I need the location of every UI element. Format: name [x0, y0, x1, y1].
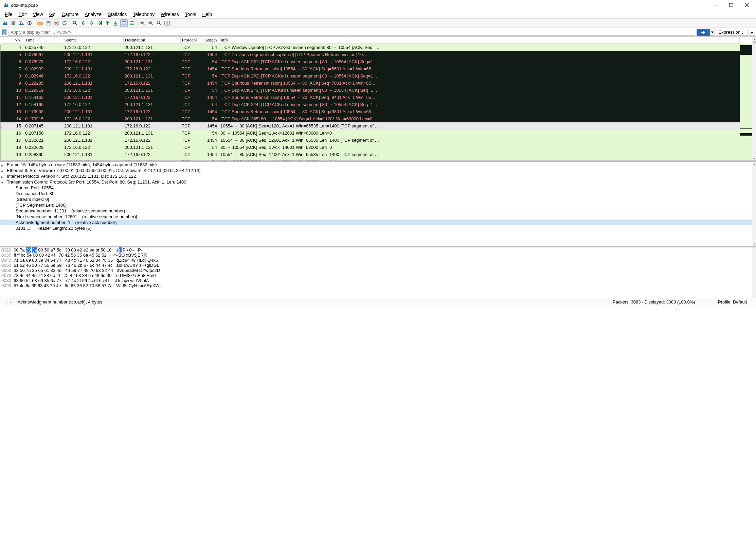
column-header-time[interactable]: Time [24, 37, 63, 44]
packet-row[interactable]: 170.232621200.121.1.131172.16.0.122TCP14… [0, 137, 740, 144]
hex-scrollbar[interactable] [752, 247, 756, 298]
reload-button[interactable] [61, 19, 68, 27]
detail-line[interactable]: [Stream index: 0] [0, 196, 756, 202]
hex-line[interactable]: 0050 61 62 46 30 77 55 6e 59 73 46 2b 67… [0, 263, 756, 268]
start-capture-button[interactable] [1, 19, 9, 27]
collapse-icon[interactable] [1, 162, 5, 166]
zoom-out-button[interactable] [147, 19, 155, 27]
detail-line[interactable]: Internet Protocol Version 4, Src: 200.12… [0, 173, 756, 179]
packet-row[interactable]: 140.179915172.16.0.122200.121.1.131TCP54… [0, 115, 740, 122]
detail-line[interactable]: Sequence number: 11201 (relative sequenc… [0, 208, 756, 214]
packet-row[interactable]: 70.102939200.121.1.131172.16.0.122TCP145… [0, 65, 740, 72]
zoom-in-button[interactable] [139, 19, 146, 27]
packet-list-header[interactable]: No.TimeSourceDestinationProtocolLengthIn… [0, 37, 740, 44]
go-last-button[interactable] [112, 19, 120, 27]
detail-line[interactable]: Acknowledgment number: 1 (relative ack n… [0, 220, 756, 225]
hex-line[interactable]: 0070 78 4c 44 4d 74 38 6b 2f 75 42 68 38… [0, 273, 756, 278]
packet-row[interactable]: 100.128319172.16.0.122200.121.1.131TCP54… [0, 87, 740, 94]
go-back-button[interactable] [79, 19, 87, 27]
hex-line[interactable]: 0090 57 4c 6c 35 63 43 79 4e 6d 63 36 52… [0, 283, 756, 288]
menu-help[interactable]: Help [199, 11, 215, 18]
detail-line[interactable]: Frame 15: 1454 bytes on wire (11632 bits… [0, 162, 756, 168]
packet-row[interactable]: 80.102946172.16.0.122200.121.1.131TCP54[… [0, 72, 740, 80]
detail-line[interactable]: [Next sequence number: 12601 (relative s… [0, 214, 756, 220]
menu-capture[interactable]: Capture [59, 11, 82, 18]
menu-telephony[interactable]: Telephony [130, 11, 157, 18]
packet-row[interactable]: 150.207145200.121.1.131172.16.0.122TCP14… [0, 122, 740, 129]
filter-history-dropdown[interactable]: ▾ [710, 29, 715, 36]
packet-row[interactable]: 40.025749172.16.0.122200.121.1.131TCP54[… [0, 44, 740, 51]
menu-analyze[interactable]: Analyze [82, 11, 104, 18]
detail-line[interactable]: Transmission Control Protocol, Src Port:… [0, 179, 756, 185]
detail-line[interactable]: Destination Port: 80 [0, 191, 756, 196]
colorize-button[interactable] [128, 19, 136, 27]
auto-scroll-button[interactable] [120, 19, 128, 27]
stop-capture-button[interactable] [10, 19, 17, 27]
minimize-button[interactable] [708, 0, 723, 10]
column-header-source[interactable]: Source [63, 37, 123, 44]
column-header-length[interactable]: Length [202, 37, 219, 44]
hex-line[interactable]: 0030 ff ff bc 5e 00 00 42 4f 78 42 56 35… [0, 253, 756, 258]
collapse-icon[interactable] [1, 174, 5, 177]
packet-row[interactable]: 180.232629172.16.0.122200.121.1.131TCP54… [0, 144, 740, 151]
column-header-no[interactable]: No. [0, 37, 24, 44]
apply-filter-button[interactable] [697, 29, 710, 36]
packet-row[interactable]: 50.076967200.121.1.131172.16.0.122TCP145… [0, 51, 740, 58]
save-file-button[interactable] [44, 19, 52, 27]
resize-columns-button[interactable] [163, 19, 171, 27]
go-first-button[interactable] [104, 19, 111, 27]
close-file-button[interactable] [53, 19, 60, 27]
hex-line[interactable]: 0060 33 56 75 35 65 61 33 4d 44 59 77 49… [0, 268, 756, 273]
packet-row[interactable]: 190.258365200.121.1.131172.16.0.122TCP14… [0, 151, 740, 158]
detail-line[interactable]: [TCP Segment Len: 1400] [0, 202, 756, 208]
packet-list-scrollbar[interactable]: ▴ ▾ [752, 37, 756, 160]
expert-info-button[interactable] [3, 300, 3, 304]
column-header-destination[interactable]: Destination [123, 37, 180, 44]
edit-capture-comment-button[interactable] [7, 298, 15, 306]
packet-minimap[interactable] [740, 44, 752, 160]
details-scrollbar[interactable]: ▴ ▾ [752, 162, 756, 246]
bookmark-icon[interactable] [1, 29, 7, 35]
hex-line[interactable]: 0040 71 5a 69 63 39 34 54 77 48 4c 71 46… [0, 258, 756, 263]
packet-details-pane[interactable]: Frame 15: 1454 bytes on wire (11632 bits… [0, 162, 756, 247]
menu-tools[interactable]: Tools [182, 11, 199, 18]
menu-wireless[interactable]: Wireless [158, 11, 182, 18]
expression-button[interactable]: Expression… [716, 29, 748, 36]
detail-line[interactable]: Source Port: 10554 [0, 185, 756, 191]
menu-statistics[interactable]: Statistics [105, 11, 129, 18]
find-packet-button[interactable] [71, 19, 79, 27]
hex-line[interactable]: 0020 00 7a 29 3a 00 50 a7 5c 30 08 e2 e2… [0, 247, 756, 253]
svg-rect-21 [122, 23, 126, 23]
detail-line[interactable]: Ethernet II, Src: Vmware_c0:00:01 (00:50… [0, 168, 756, 173]
packet-row[interactable]: 130.179906200.121.1.131172.16.0.122TCP14… [0, 108, 740, 115]
packet-row[interactable]: 120.154169172.16.0.122200.121.1.131TCP54… [0, 101, 740, 108]
menu-edit[interactable]: Edit [16, 11, 30, 18]
maximize-button[interactable] [723, 0, 739, 10]
packet-row[interactable]: 110.154162200.121.1.131172.16.0.122TCP14… [0, 94, 740, 101]
detail-line[interactable]: 0101 .... = Header Length: 20 bytes (5) [0, 225, 756, 231]
add-filter-button[interactable]: + [749, 29, 755, 36]
restart-capture-button[interactable] [18, 19, 25, 27]
packet-row[interactable]: 200.258373172.16.0.122200.121.1.131TCP54… [0, 158, 740, 162]
menu-go[interactable]: Go [47, 11, 58, 18]
collapse-icon[interactable] [1, 168, 5, 172]
close-button[interactable] [739, 0, 755, 10]
packet-row[interactable]: 90.128285200.121.1.131172.16.0.122TCP145… [0, 80, 740, 87]
display-filter-input[interactable] [8, 29, 695, 36]
hex-line[interactable]: 0080 63 66 54 63 69 35 6a 77 77 4c 2f 56… [0, 278, 756, 283]
menu-file[interactable]: File [2, 11, 15, 18]
expand-icon[interactable] [1, 180, 5, 183]
menu-view[interactable]: View [30, 11, 46, 18]
packet-bytes-pane[interactable]: 0020 00 7a 29 3a 00 50 a7 5c 30 08 e2 e2… [0, 247, 756, 298]
packet-row[interactable]: 160.207156172.16.0.122200.121.1.131TCP54… [0, 129, 740, 137]
column-header-protocol[interactable]: Protocol [180, 37, 202, 44]
go-forward-button[interactable] [88, 19, 95, 27]
column-header-info[interactable]: Info [219, 37, 740, 44]
go-to-packet-button[interactable] [96, 19, 103, 27]
svg-rect-20 [122, 21, 126, 22]
packet-row[interactable]: 60.076978172.16.0.122200.121.1.131TCP54[… [0, 58, 740, 65]
open-file-button[interactable] [36, 19, 44, 27]
zoom-reset-button[interactable]: 1 [155, 19, 163, 27]
status-profile[interactable]: Profile: Default [715, 298, 756, 306]
capture-options-button[interactable] [26, 19, 33, 27]
